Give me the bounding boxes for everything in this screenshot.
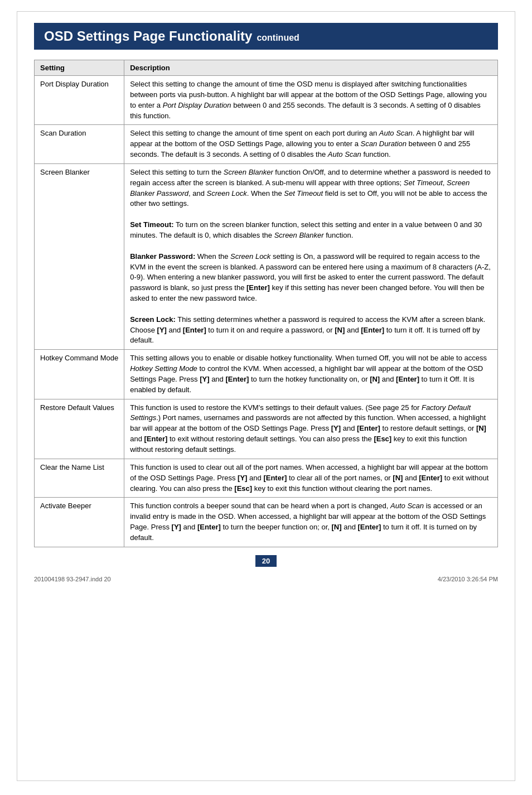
description-cell: Select this setting to change the amount… xyxy=(124,125,498,164)
description-cell: This function controls a beeper sound th… xyxy=(124,498,498,547)
table-row: Restore Default ValuesThis function is u… xyxy=(35,399,498,459)
setting-cell: Activate Beeper xyxy=(35,498,124,547)
setting-cell: Hotkey Command Mode xyxy=(35,350,124,399)
description-cell: This function is used to restore the KVM… xyxy=(124,399,498,459)
description-cell: Select this setting to change the amount… xyxy=(124,76,498,125)
setting-cell: Scan Duration xyxy=(35,125,124,164)
page-title: OSD Settings Page Functionality xyxy=(44,28,252,44)
table-row: Activate BeeperThis function controls a … xyxy=(35,498,498,547)
page-container: OSD Settings Page Functionality continue… xyxy=(17,11,515,781)
col-header-setting: Setting xyxy=(35,60,124,76)
description-cell: Select this setting to turn the Screen B… xyxy=(124,163,498,349)
page-footer: 201004198 93-2947.indd 20 4/23/2010 3:26… xyxy=(34,576,498,582)
settings-table: Setting Description Port Display Duratio… xyxy=(34,60,498,547)
setting-cell: Clear the Name List xyxy=(35,459,124,498)
page-continued: continued xyxy=(257,33,299,43)
setting-cell: Restore Default Values xyxy=(35,399,124,459)
table-row: Hotkey Command ModeThis setting allows y… xyxy=(35,350,498,399)
setting-cell: Screen Blanker xyxy=(35,163,124,349)
page-number: 20 xyxy=(255,555,277,567)
page-header: OSD Settings Page Functionality continue… xyxy=(34,23,498,50)
table-row: Port Display DurationSelect this setting… xyxy=(35,76,498,125)
table-row: Scan DurationSelect this setting to chan… xyxy=(35,125,498,164)
page-number-container: 20 xyxy=(34,555,498,567)
description-cell: This function is used to clear out all o… xyxy=(124,459,498,498)
table-row: Screen BlankerSelect this setting to tur… xyxy=(35,163,498,349)
description-cell: This setting allows you to enable or dis… xyxy=(124,350,498,399)
col-header-description: Description xyxy=(124,60,498,76)
footer-right: 4/23/2010 3:26:54 PM xyxy=(438,576,498,582)
footer-left: 201004198 93-2947.indd 20 xyxy=(34,576,111,582)
setting-cell: Port Display Duration xyxy=(35,76,124,125)
table-row: Clear the Name ListThis function is used… xyxy=(35,459,498,498)
